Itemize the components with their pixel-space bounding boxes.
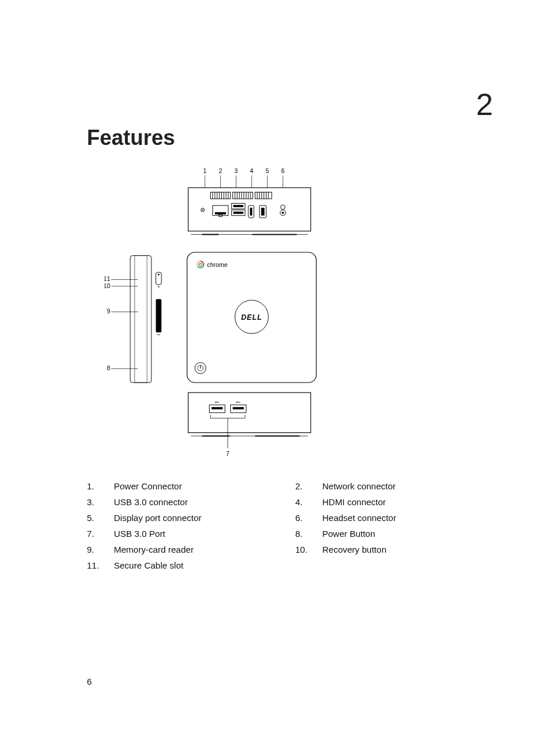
svg-rect-44 <box>261 208 265 215</box>
svg-rect-35 <box>215 212 226 215</box>
legend-item: 5. Display port connector <box>87 510 281 526</box>
svg-rect-39 <box>233 205 243 207</box>
svg-rect-7 <box>211 192 231 198</box>
callout-9-label: 9 <box>107 308 110 314</box>
svg-rect-42 <box>250 208 252 215</box>
callout-4-label: 4 <box>250 168 254 174</box>
legend-left-column: 1. Power Connector 3. USB 3.0 connector … <box>87 478 281 573</box>
legend-item: 9. Memory-card reader <box>87 542 281 557</box>
chapter-number: 2 <box>476 87 493 122</box>
callout-5-label: 5 <box>265 168 269 174</box>
legend-item: 7. USB 3.0 Port <box>87 526 281 542</box>
legend-item: 10. Recovery button <box>295 542 490 557</box>
svg-point-58 <box>158 273 160 275</box>
side-top-view: 11 10 9 8 <box>104 252 316 383</box>
legend-item: 3. USB 3.0 connector <box>87 494 281 510</box>
svg-point-64 <box>199 263 202 266</box>
svg-rect-60 <box>156 299 161 333</box>
svg-rect-56 <box>134 256 147 383</box>
svg-point-33 <box>202 209 203 211</box>
svg-rect-55 <box>130 256 151 383</box>
page-number: 6 <box>87 677 92 686</box>
svg-text:ss⇐: ss⇐ <box>215 401 220 404</box>
callout-1-label: 1 <box>203 168 207 174</box>
page-title: Features <box>87 126 490 150</box>
legend-item: 1. Power Connector <box>87 478 281 494</box>
svg-point-59 <box>158 286 160 288</box>
legend-item: 6. Headset connector <box>295 510 490 526</box>
features-legend: 1. Power Connector 3. USB 3.0 connector … <box>87 478 490 573</box>
callout-2-label: 2 <box>219 168 222 174</box>
svg-rect-6 <box>188 188 311 231</box>
document-page: 2 Features 1 2 3 4 5 6 <box>0 0 560 744</box>
legend-item: 2. Network connector <box>295 478 490 494</box>
svg-rect-71 <box>211 407 222 410</box>
svg-text:ss⇐: ss⇐ <box>236 401 241 404</box>
chrome-brand-label: chrome <box>207 262 228 268</box>
legend-right-column: 2. Network connector 4. HDMI connector 6… <box>295 478 490 573</box>
svg-rect-74 <box>232 407 244 410</box>
svg-rect-40 <box>233 212 243 214</box>
callout-10-label: 10 <box>104 283 110 289</box>
legend-item: 11. Secure Cable slot <box>87 557 281 573</box>
front-view: ss⇐ ss⇐ 7 <box>188 393 311 457</box>
legend-item: 8. Power Button <box>295 526 490 542</box>
svg-point-45 <box>281 205 285 209</box>
callout-3-label: 3 <box>234 168 238 174</box>
features-diagram: 1 2 3 4 5 6 <box>104 164 328 462</box>
legend-item: 4. HDMI connector <box>295 494 490 510</box>
svg-point-47 <box>282 212 284 214</box>
svg-rect-8 <box>232 192 252 198</box>
dell-brand-label: DELL <box>241 313 262 322</box>
callout-6-label: 6 <box>281 168 285 174</box>
callout-11-label: 11 <box>104 276 110 282</box>
svg-rect-69 <box>188 393 311 432</box>
callout-7-label: 7 <box>226 451 230 457</box>
rear-view: 1 2 3 4 5 6 <box>188 168 311 234</box>
callout-8-label: 8 <box>107 365 110 371</box>
diagram-svg: 1 2 3 4 5 6 <box>104 164 328 459</box>
